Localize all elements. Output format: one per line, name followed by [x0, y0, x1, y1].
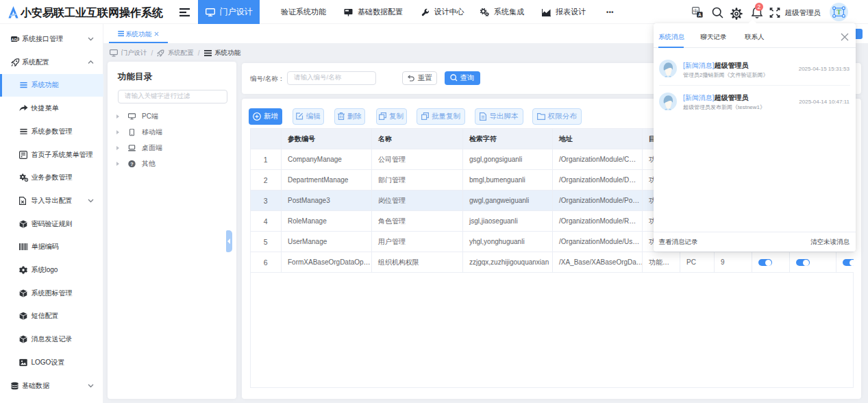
svg-text:?: ? — [130, 161, 134, 167]
svg-text:A: A — [698, 12, 702, 16]
svg-text:T: T — [836, 8, 841, 16]
svg-text:AD: AD — [11, 38, 17, 42]
